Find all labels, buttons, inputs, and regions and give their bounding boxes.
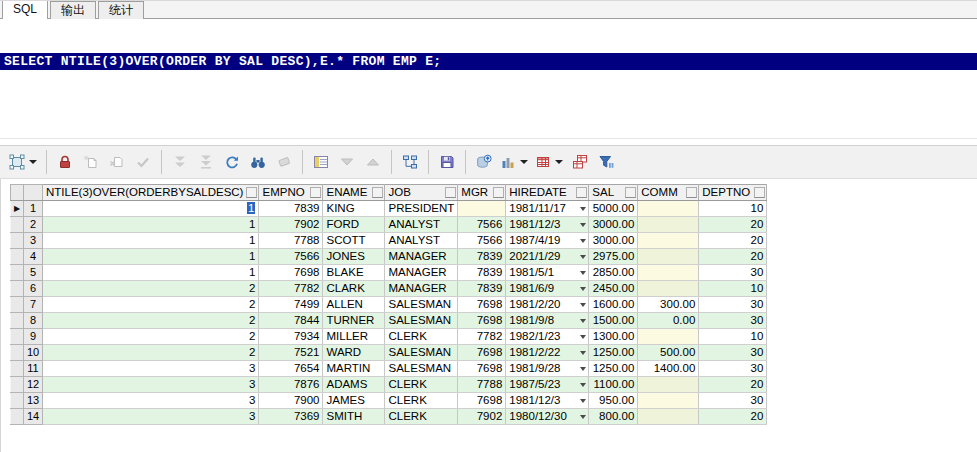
date-dropdown-icon[interactable] xyxy=(580,335,586,339)
row-number-cell[interactable]: 7 xyxy=(24,297,43,313)
column-header-button[interactable] xyxy=(493,187,504,198)
cell-deptno[interactable]: 30 xyxy=(699,393,767,409)
cell-comm[interactable] xyxy=(638,265,699,281)
cell-ename[interactable]: MARTIN xyxy=(323,361,385,377)
cell-hiredate[interactable]: 1981/9/28 xyxy=(506,361,589,377)
sql-editor[interactable]: SELECT NTILE(3)OVER(ORDER BY SAL DESC),E… xyxy=(0,19,977,139)
lock-record-button[interactable] xyxy=(53,150,77,174)
cell-mgr[interactable]: 7839 xyxy=(458,265,506,281)
cell-deptno[interactable]: 30 xyxy=(699,265,767,281)
date-dropdown-icon[interactable] xyxy=(580,239,586,243)
cell-mgr[interactable]: 7698 xyxy=(458,361,506,377)
cell-empno[interactable]: 7839 xyxy=(259,201,323,217)
row-indicator-cell[interactable] xyxy=(11,377,24,393)
cell-empno[interactable]: 7902 xyxy=(259,217,323,233)
export-to-database-button[interactable] xyxy=(472,150,496,174)
cell-sal[interactable]: 1600.00 xyxy=(589,297,638,313)
cell-ename[interactable]: SMITH xyxy=(323,409,385,425)
cell-comm[interactable]: 500.00 xyxy=(638,345,699,361)
row-indicator-cell[interactable] xyxy=(11,393,24,409)
copy-to-grid-button[interactable] xyxy=(568,150,592,174)
row-indicator-cell[interactable] xyxy=(11,281,24,297)
date-dropdown-icon[interactable] xyxy=(580,415,586,419)
cell-hiredate[interactable]: 1981/9/8 xyxy=(506,313,589,329)
cell-empno[interactable]: 7369 xyxy=(259,409,323,425)
date-dropdown-icon[interactable] xyxy=(580,303,586,307)
cell-ntile[interactable]: 2 xyxy=(43,345,259,361)
cell-hiredate[interactable]: 1981/5/1 xyxy=(506,265,589,281)
cell-ename[interactable]: JONES xyxy=(323,249,385,265)
row-indicator-cell[interactable] xyxy=(11,233,24,249)
cell-job[interactable]: CLERK xyxy=(385,409,458,425)
cell-ntile[interactable]: 2 xyxy=(43,297,259,313)
cell-ntile[interactable]: 1 xyxy=(43,217,259,233)
column-header-button[interactable] xyxy=(372,187,383,198)
cell-mgr[interactable]: 7698 xyxy=(458,393,506,409)
row-number-cell[interactable]: 3 xyxy=(24,233,43,249)
column-header-empno[interactable]: EMPNO xyxy=(259,185,323,201)
chart-caret-icon[interactable] xyxy=(520,160,528,164)
cell-ename[interactable]: KING xyxy=(323,201,385,217)
cell-job[interactable]: SALESMAN xyxy=(385,361,458,377)
cell-deptno[interactable]: 30 xyxy=(699,361,767,377)
row-number-cell[interactable]: 5 xyxy=(24,265,43,281)
column-header-button[interactable] xyxy=(754,187,765,198)
row-indicator-cell[interactable] xyxy=(11,313,24,329)
cell-comm[interactable] xyxy=(638,201,699,217)
cell-sal[interactable]: 1100.00 xyxy=(589,377,638,393)
cell-mgr[interactable]: 7698 xyxy=(458,345,506,361)
cell-empno[interactable]: 7782 xyxy=(259,281,323,297)
column-header-button[interactable] xyxy=(445,187,456,198)
row-indicator-cell[interactable] xyxy=(11,345,24,361)
cell-sal[interactable]: 3000.00 xyxy=(589,217,638,233)
cell-deptno[interactable]: 30 xyxy=(699,297,767,313)
cell-hiredate[interactable]: 1981/12/3 xyxy=(506,393,589,409)
date-dropdown-icon[interactable] xyxy=(580,223,586,227)
row-number-cell[interactable]: 9 xyxy=(24,329,43,345)
cell-comm[interactable] xyxy=(638,233,699,249)
column-header-button[interactable] xyxy=(625,187,636,198)
cell-hiredate[interactable]: 1980/12/30 xyxy=(506,409,589,425)
chart-button[interactable] xyxy=(498,150,518,174)
cell-deptno[interactable]: 10 xyxy=(699,201,767,217)
cell-job[interactable]: CLERK xyxy=(385,329,458,345)
cell-empno[interactable]: 7876 xyxy=(259,377,323,393)
cell-ntile[interactable]: 3 xyxy=(43,377,259,393)
cell-ename[interactable]: BLAKE xyxy=(323,265,385,281)
date-dropdown-icon[interactable] xyxy=(580,207,586,211)
cell-hiredate[interactable]: 1982/1/23 xyxy=(506,329,589,345)
cell-mgr[interactable] xyxy=(458,201,506,217)
export-grid-caret-icon[interactable] xyxy=(555,160,563,164)
cell-ntile[interactable]: 3 xyxy=(43,361,259,377)
cell-mgr[interactable]: 7566 xyxy=(458,233,506,249)
tab-statistics[interactable]: 统计 xyxy=(98,1,144,19)
column-header-button[interactable] xyxy=(686,187,697,198)
cell-comm[interactable] xyxy=(638,377,699,393)
column-header-comm[interactable]: COMM xyxy=(638,185,699,201)
date-dropdown-icon[interactable] xyxy=(580,351,586,355)
cell-job[interactable]: PRESIDENT xyxy=(385,201,458,217)
cell-empno[interactable]: 7698 xyxy=(259,265,323,281)
cell-job[interactable]: MANAGER xyxy=(385,281,458,297)
date-dropdown-icon[interactable] xyxy=(580,367,586,371)
cell-ntile[interactable]: 2 xyxy=(43,329,259,345)
cell-sal[interactable]: 1300.00 xyxy=(589,329,638,345)
row-number-cell[interactable]: 8 xyxy=(24,313,43,329)
cell-deptno[interactable]: 20 xyxy=(699,377,767,393)
row-number-cell[interactable]: 4 xyxy=(24,249,43,265)
tab-sql[interactable]: SQL xyxy=(2,0,48,19)
master-detail-button[interactable] xyxy=(398,150,422,174)
cell-hiredate[interactable]: 1981/2/22 xyxy=(506,345,589,361)
row-indicator-cell[interactable] xyxy=(11,361,24,377)
date-dropdown-icon[interactable] xyxy=(580,287,586,291)
row-number-cell[interactable]: 2 xyxy=(24,217,43,233)
cell-comm[interactable]: 1400.00 xyxy=(638,361,699,377)
cell-hiredate[interactable]: 1981/2/20 xyxy=(506,297,589,313)
cell-hiredate[interactable]: 2021/1/29 xyxy=(506,249,589,265)
cell-comm[interactable] xyxy=(638,249,699,265)
cell-job[interactable]: SALESMAN xyxy=(385,345,458,361)
export-grid-button[interactable] xyxy=(533,150,553,174)
column-header-button[interactable] xyxy=(310,187,321,198)
cell-empno[interactable]: 7934 xyxy=(259,329,323,345)
column-header-ename[interactable]: ENAME xyxy=(323,185,385,201)
